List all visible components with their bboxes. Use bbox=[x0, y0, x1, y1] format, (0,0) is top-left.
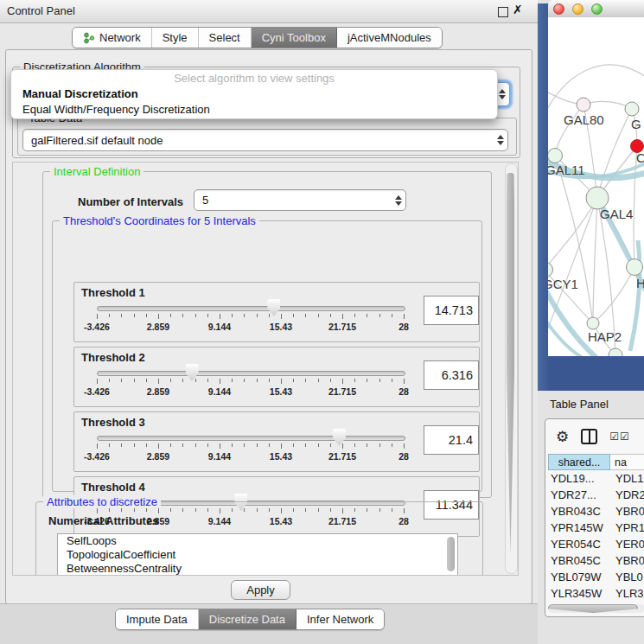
tab-impute-data[interactable]: Impute Data bbox=[116, 609, 199, 629]
cell-shared-name: YPR145W bbox=[548, 520, 611, 536]
table-panel: ⚙ ☑☑ shared... na YDL19...YDL1YDR27...YD… bbox=[545, 418, 644, 617]
network-node-gal80[interactable] bbox=[577, 98, 590, 112]
close-window-icon[interactable] bbox=[553, 3, 564, 15]
gear-icon[interactable]: ⚙ bbox=[556, 430, 569, 444]
cell-name: YLR3 bbox=[611, 585, 644, 602]
threshold-label: Threshold 3 bbox=[81, 416, 145, 429]
column-header-name[interactable]: na bbox=[610, 454, 644, 470]
threshold-panel: Threshold 3-3.4262.8599.14415.4321.71528… bbox=[73, 411, 480, 472]
interval-definition-group: Interval Definition Number of Intervals … bbox=[42, 171, 492, 498]
network-canvas[interactable]: GAL80GCGAL11GAL4GCY1HHAP2 bbox=[548, 17, 644, 356]
dropdown-hint: Select algorithm to view settings bbox=[11, 70, 497, 86]
number-of-intervals-value: 5 bbox=[194, 194, 392, 207]
network-window-titlebar[interactable] bbox=[548, 0, 644, 18]
checkbox-icons[interactable]: ☑☑ bbox=[609, 430, 630, 443]
node-label: H bbox=[636, 276, 644, 290]
scrollbar-thumb[interactable] bbox=[548, 604, 638, 613]
tab-network[interactable]: Network bbox=[73, 28, 152, 48]
attribute-list-item[interactable]: SelfLoops bbox=[58, 534, 457, 548]
apply-button[interactable]: Apply bbox=[231, 580, 290, 600]
tab-cyni-toolbox[interactable]: Cyni Toolbox bbox=[252, 28, 337, 48]
table-row[interactable]: YLR345WYLR3 bbox=[548, 585, 644, 602]
network-node-hap2[interactable] bbox=[587, 317, 599, 329]
tab-select[interactable]: Select bbox=[199, 28, 252, 48]
control-panel-titlebar: Control Panel ✗ bbox=[0, 0, 538, 23]
table-row[interactable]: YBR045CYBR0 bbox=[548, 552, 644, 569]
cell-shared-name: YLR345W bbox=[548, 585, 611, 602]
bottom-tab-strip: Impute Data Discretize Data Infer Networ… bbox=[115, 609, 385, 630]
tab-jactivemnodules[interactable]: jActiveMNodules bbox=[337, 28, 442, 48]
slider-track[interactable] bbox=[97, 436, 405, 441]
table-row[interactable]: YBR043CYBR0 bbox=[548, 503, 644, 520]
tab-infer-network[interactable]: Infer Network bbox=[296, 609, 384, 629]
cell-name: YBL0 bbox=[611, 569, 643, 585]
cell-name: YPR1 bbox=[611, 520, 644, 536]
column-header-shared-name[interactable]: shared... bbox=[548, 454, 610, 470]
table-toolbar: ⚙ ☑☑ bbox=[545, 419, 644, 454]
table-row[interactable]: YPR145WYPR1 bbox=[548, 520, 644, 536]
table-row[interactable]: YDL19...YDL1 bbox=[548, 470, 644, 487]
cell-name: YDL1 bbox=[611, 470, 644, 487]
number-of-intervals-label: Number of Intervals bbox=[78, 195, 183, 208]
combobox-spinner-icon bbox=[494, 135, 507, 145]
table-horizontal-scrollbar[interactable] bbox=[548, 604, 644, 613]
threshold-value-field[interactable]: 14.713 bbox=[424, 296, 479, 325]
network-node-g[interactable] bbox=[625, 102, 639, 116]
float-window-icon[interactable] bbox=[498, 7, 508, 17]
network-edge bbox=[548, 198, 597, 270]
node-label: HAP2 bbox=[588, 329, 622, 344]
threshold-value-field[interactable]: 6.316 bbox=[424, 360, 479, 390]
numerical-attributes-list: SelfLoopsTopologicalCoefficientBetweenne… bbox=[57, 533, 458, 576]
network-node-gcy1[interactable] bbox=[548, 263, 553, 277]
split-columns-icon[interactable] bbox=[581, 429, 597, 444]
node-label: GAL4 bbox=[600, 207, 633, 221]
tab-jactivemnodules-label: jActiveMNodules bbox=[348, 31, 431, 44]
table-data-combobox-value: galFiltered.sif default node bbox=[23, 134, 494, 147]
minimize-window-icon[interactable] bbox=[572, 3, 583, 15]
zoom-window-icon[interactable] bbox=[591, 3, 603, 15]
threshold-label: Threshold 2 bbox=[81, 351, 145, 364]
dropdown-option-manual-discretization[interactable]: Manual Discretization bbox=[11, 86, 497, 102]
cell-shared-name: YDL19... bbox=[548, 470, 611, 487]
tab-network-label: Network bbox=[99, 31, 141, 44]
scrollbar-thumb[interactable] bbox=[507, 173, 514, 555]
attribute-list-item[interactable]: TopologicalCoefficient bbox=[58, 548, 457, 562]
dropdown-option-equal-width[interactable]: Equal Width/Frequency Discretization bbox=[11, 102, 497, 118]
slider-tick-labels: -3.4262.8599.14415.4321.71528 bbox=[97, 386, 404, 397]
tab-discretize-data[interactable]: Discretize Data bbox=[199, 609, 296, 629]
tab-discretize-data-label: Discretize Data bbox=[209, 613, 285, 626]
slider-track[interactable] bbox=[97, 306, 405, 311]
table-row[interactable]: YER054CYER0 bbox=[548, 536, 644, 552]
thresholds-group: Threshold's Coordinates for 5 Intervals … bbox=[52, 220, 482, 492]
table-row[interactable]: YBL079WYBL0 bbox=[548, 569, 644, 585]
list-scrollbar[interactable] bbox=[447, 537, 455, 571]
slider-ticks bbox=[97, 314, 404, 320]
table-row[interactable]: YDR27...YDR2 bbox=[548, 487, 644, 503]
slider-tick-labels: -3.4262.8599.14415.4321.71528 bbox=[97, 322, 404, 332]
network-node-h[interactable] bbox=[627, 259, 643, 276]
settings-scroll-viewport: Interval Definition Number of Intervals … bbox=[12, 162, 519, 576]
node-label: GAL80 bbox=[564, 112, 604, 127]
threshold-label: Threshold 4 bbox=[81, 481, 145, 494]
close-icon[interactable]: ✗ bbox=[513, 3, 523, 16]
cell-shared-name: YBR043C bbox=[548, 503, 611, 520]
settings-scrollbar[interactable] bbox=[505, 163, 518, 574]
cell-shared-name: YBL079W bbox=[548, 569, 611, 585]
number-of-intervals-combobox[interactable]: 5 bbox=[194, 189, 406, 211]
table-header: shared... na bbox=[548, 454, 644, 470]
numerical-attributes-label: Numerical Attributes bbox=[48, 514, 158, 527]
table-data-combobox[interactable]: galFiltered.sif default node bbox=[22, 129, 508, 151]
network-icon bbox=[83, 32, 95, 44]
network-node-gal11[interactable] bbox=[548, 149, 563, 163]
tab-select-label: Select bbox=[209, 31, 240, 44]
network-edge bbox=[593, 267, 634, 323]
slider-track[interactable] bbox=[97, 371, 405, 376]
slider-ticks bbox=[97, 379, 404, 385]
tab-style[interactable]: Style bbox=[152, 28, 199, 48]
interval-definition-group-title: Interval Definition bbox=[50, 165, 143, 178]
attribute-list-item[interactable]: BetweennessCentrality bbox=[58, 562, 457, 576]
threshold-value-field[interactable]: 21.4 bbox=[424, 425, 479, 455]
network-edge bbox=[593, 198, 597, 323]
table-panel-title: Table Panel bbox=[550, 398, 609, 411]
node-label: GAL11 bbox=[548, 163, 585, 177]
